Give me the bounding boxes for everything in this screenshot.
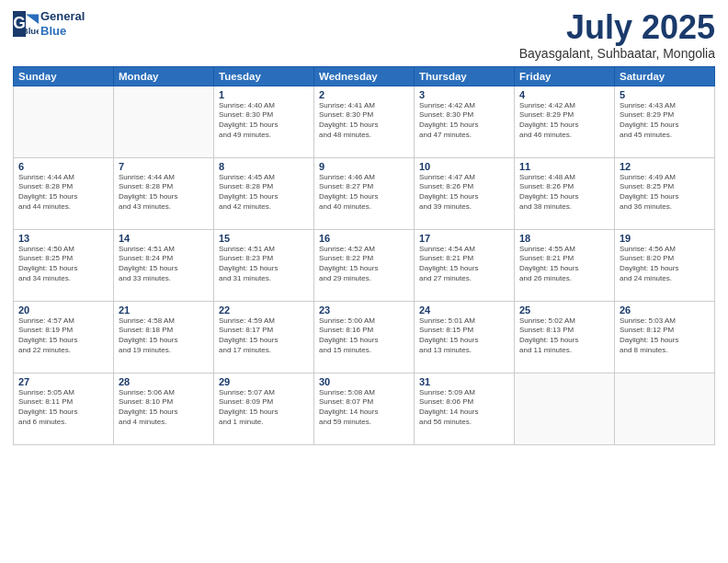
calendar-cell: 4Sunrise: 4:42 AM Sunset: 8:29 PM Daylig…: [515, 86, 615, 157]
day-number: 12: [620, 161, 710, 172]
calendar-cell: 16Sunrise: 4:52 AM Sunset: 8:22 PM Dayli…: [314, 229, 415, 301]
day-number: 9: [319, 161, 409, 172]
calendar-cell: 22Sunrise: 4:59 AM Sunset: 8:17 PM Dayli…: [214, 301, 314, 373]
calendar-cell: 20Sunrise: 4:57 AM Sunset: 8:19 PM Dayli…: [14, 301, 114, 373]
day-info: Sunrise: 5:05 AM Sunset: 8:11 PM Dayligh…: [18, 388, 108, 428]
calendar-cell: 30Sunrise: 5:08 AM Sunset: 8:07 PM Dayli…: [314, 373, 415, 444]
day-number: 5: [620, 89, 710, 100]
calendar-cell: 21Sunrise: 4:58 AM Sunset: 8:18 PM Dayli…: [114, 301, 214, 373]
day-info: Sunrise: 4:50 AM Sunset: 8:25 PM Dayligh…: [18, 245, 108, 284]
day-info: Sunrise: 4:54 AM Sunset: 8:21 PM Dayligh…: [419, 245, 509, 284]
calendar-week-row: 1Sunrise: 4:40 AM Sunset: 8:30 PM Daylig…: [14, 86, 715, 157]
calendar-cell: [515, 373, 615, 444]
day-info: Sunrise: 4:43 AM Sunset: 8:29 PM Dayligh…: [620, 101, 710, 141]
title-block: July 2025 Bayasgalant, Suhbaatar, Mongol…: [519, 9, 715, 61]
day-number: 4: [519, 89, 609, 100]
calendar-cell: 27Sunrise: 5:05 AM Sunset: 8:11 PM Dayli…: [14, 373, 114, 444]
day-info: Sunrise: 4:49 AM Sunset: 8:25 PM Dayligh…: [620, 173, 710, 213]
month-title: July 2025: [519, 9, 715, 46]
logo-text: General Blue: [40, 9, 85, 38]
day-number: 3: [419, 89, 509, 100]
logo-line1: General: [40, 9, 85, 24]
day-number: 24: [419, 304, 509, 316]
calendar-cell: 17Sunrise: 4:54 AM Sunset: 8:21 PM Dayli…: [415, 229, 515, 301]
day-number: 17: [419, 233, 509, 244]
calendar-cell: 31Sunrise: 5:09 AM Sunset: 8:06 PM Dayli…: [415, 373, 515, 444]
day-number: 8: [219, 161, 309, 172]
header-row: Sunday Monday Tuesday Wednesday Thursday…: [14, 66, 715, 86]
calendar-cell: 9Sunrise: 4:46 AM Sunset: 8:27 PM Daylig…: [314, 157, 415, 229]
day-info: Sunrise: 5:06 AM Sunset: 8:10 PM Dayligh…: [119, 388, 209, 428]
calendar-cell: 28Sunrise: 5:06 AM Sunset: 8:10 PM Dayli…: [114, 373, 214, 444]
col-sunday: Sunday: [14, 66, 114, 86]
col-tuesday: Tuesday: [214, 66, 314, 86]
location-title: Bayasgalant, Suhbaatar, Mongolia: [519, 46, 715, 61]
day-number: 19: [620, 233, 710, 244]
day-number: 6: [18, 161, 108, 172]
day-info: Sunrise: 4:59 AM Sunset: 8:17 PM Dayligh…: [219, 316, 309, 356]
day-info: Sunrise: 5:01 AM Sunset: 8:15 PM Dayligh…: [419, 316, 509, 356]
logo-icon: G Blue: [13, 11, 39, 37]
day-info: Sunrise: 4:55 AM Sunset: 8:21 PM Dayligh…: [519, 245, 609, 284]
calendar-cell: 26Sunrise: 5:03 AM Sunset: 8:12 PM Dayli…: [615, 301, 715, 373]
calendar-cell: 8Sunrise: 4:45 AM Sunset: 8:28 PM Daylig…: [214, 157, 314, 229]
calendar-week-row: 27Sunrise: 5:05 AM Sunset: 8:11 PM Dayli…: [14, 373, 715, 444]
day-info: Sunrise: 4:56 AM Sunset: 8:20 PM Dayligh…: [620, 245, 710, 284]
day-info: Sunrise: 4:45 AM Sunset: 8:28 PM Dayligh…: [219, 173, 309, 213]
calendar-cell: 7Sunrise: 4:44 AM Sunset: 8:28 PM Daylig…: [114, 157, 214, 229]
calendar-cell: 11Sunrise: 4:48 AM Sunset: 8:26 PM Dayli…: [515, 157, 615, 229]
calendar-page: G Blue General Blue July 2025 Bayasgalan…: [0, 0, 728, 563]
calendar-cell: [114, 86, 214, 157]
col-thursday: Thursday: [415, 66, 515, 86]
calendar-week-row: 20Sunrise: 4:57 AM Sunset: 8:19 PM Dayli…: [14, 301, 715, 373]
day-number: 28: [119, 376, 209, 387]
day-info: Sunrise: 5:07 AM Sunset: 8:09 PM Dayligh…: [219, 388, 309, 428]
day-info: Sunrise: 4:42 AM Sunset: 8:30 PM Dayligh…: [419, 101, 509, 141]
day-info: Sunrise: 4:51 AM Sunset: 8:23 PM Dayligh…: [219, 245, 309, 284]
calendar-cell: 29Sunrise: 5:07 AM Sunset: 8:09 PM Dayli…: [214, 373, 314, 444]
day-number: 18: [519, 233, 609, 244]
day-info: Sunrise: 4:52 AM Sunset: 8:22 PM Dayligh…: [319, 245, 409, 284]
day-number: 13: [18, 233, 108, 244]
day-info: Sunrise: 5:03 AM Sunset: 8:12 PM Dayligh…: [620, 316, 710, 356]
day-info: Sunrise: 4:58 AM Sunset: 8:18 PM Dayligh…: [119, 316, 209, 356]
calendar-cell: 15Sunrise: 4:51 AM Sunset: 8:23 PM Dayli…: [214, 229, 314, 301]
day-number: 26: [620, 304, 710, 316]
day-number: 30: [319, 376, 409, 387]
calendar-cell: 13Sunrise: 4:50 AM Sunset: 8:25 PM Dayli…: [14, 229, 114, 301]
day-info: Sunrise: 4:40 AM Sunset: 8:30 PM Dayligh…: [219, 101, 309, 141]
day-info: Sunrise: 4:47 AM Sunset: 8:26 PM Dayligh…: [419, 173, 509, 213]
header: G Blue General Blue July 2025 Bayasgalan…: [13, 9, 715, 61]
day-info: Sunrise: 4:46 AM Sunset: 8:27 PM Dayligh…: [319, 173, 409, 213]
calendar-cell: 24Sunrise: 5:01 AM Sunset: 8:15 PM Dayli…: [415, 301, 515, 373]
day-number: 11: [519, 161, 609, 172]
day-number: 1: [219, 89, 309, 100]
day-info: Sunrise: 5:00 AM Sunset: 8:16 PM Dayligh…: [319, 316, 409, 356]
day-number: 29: [219, 376, 309, 387]
svg-text:Blue: Blue: [22, 25, 39, 35]
day-number: 20: [18, 304, 108, 316]
calendar-cell: 25Sunrise: 5:02 AM Sunset: 8:13 PM Dayli…: [515, 301, 615, 373]
col-saturday: Saturday: [615, 66, 715, 86]
day-info: Sunrise: 5:08 AM Sunset: 8:07 PM Dayligh…: [319, 388, 409, 428]
day-number: 25: [519, 304, 609, 316]
calendar-cell: 6Sunrise: 4:44 AM Sunset: 8:28 PM Daylig…: [14, 157, 114, 229]
day-number: 7: [119, 161, 209, 172]
calendar-cell: 10Sunrise: 4:47 AM Sunset: 8:26 PM Dayli…: [415, 157, 515, 229]
col-wednesday: Wednesday: [314, 66, 415, 86]
day-number: 16: [319, 233, 409, 244]
day-number: 15: [219, 233, 309, 244]
logo-line2: Blue: [40, 24, 85, 39]
calendar-cell: 12Sunrise: 4:49 AM Sunset: 8:25 PM Dayli…: [615, 157, 715, 229]
calendar-week-row: 13Sunrise: 4:50 AM Sunset: 8:25 PM Dayli…: [14, 229, 715, 301]
col-monday: Monday: [114, 66, 214, 86]
day-info: Sunrise: 4:57 AM Sunset: 8:19 PM Dayligh…: [18, 316, 108, 356]
day-info: Sunrise: 4:48 AM Sunset: 8:26 PM Dayligh…: [519, 173, 609, 213]
calendar-cell: [615, 373, 715, 444]
day-info: Sunrise: 5:02 AM Sunset: 8:13 PM Dayligh…: [519, 316, 609, 356]
calendar-cell: [14, 86, 114, 157]
calendar-cell: 5Sunrise: 4:43 AM Sunset: 8:29 PM Daylig…: [615, 86, 715, 157]
day-info: Sunrise: 4:51 AM Sunset: 8:24 PM Dayligh…: [119, 245, 209, 284]
calendar-cell: 2Sunrise: 4:41 AM Sunset: 8:30 PM Daylig…: [314, 86, 415, 157]
logo: G Blue General Blue: [13, 9, 85, 38]
